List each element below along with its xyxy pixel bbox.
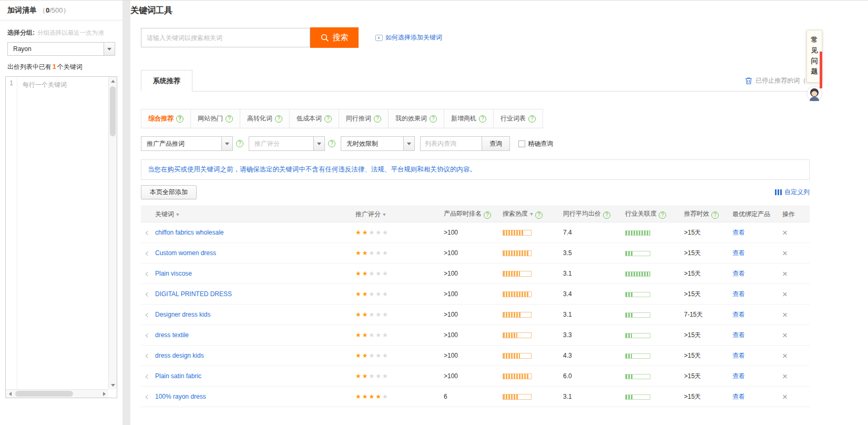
bid-keyword-count: 1 bbox=[52, 63, 57, 70]
star-icon: ★ bbox=[382, 311, 389, 318]
remove-icon[interactable]: × bbox=[782, 351, 788, 361]
remove-icon[interactable]: × bbox=[782, 330, 788, 340]
keyword-link[interactable]: 100% rayon dress bbox=[155, 393, 206, 400]
scroll-down-icon[interactable] bbox=[109, 381, 117, 389]
keyword-link[interactable]: chiffon fabrics wholesale bbox=[155, 229, 224, 236]
view-product-link[interactable]: 查看 bbox=[732, 311, 745, 318]
help-icon[interactable]: ? bbox=[328, 140, 335, 147]
view-product-link[interactable]: 查看 bbox=[732, 249, 745, 257]
query-button[interactable]: 查询 bbox=[482, 136, 510, 151]
keyword-link[interactable]: Plain viscose bbox=[155, 270, 192, 277]
keyword-link[interactable]: Custom women dress bbox=[155, 249, 216, 257]
help-icon[interactable]: ? bbox=[275, 115, 282, 123]
chevron-down-icon[interactable] bbox=[313, 137, 324, 150]
keyword-link[interactable]: dress design kids bbox=[155, 352, 204, 359]
help-icon[interactable]: ? bbox=[176, 115, 183, 123]
help-icon[interactable]: ? bbox=[603, 211, 610, 219]
horizontal-scrollbar[interactable] bbox=[6, 389, 108, 398]
help-icon[interactable]: ? bbox=[236, 140, 243, 147]
expand-chevron-icon[interactable] bbox=[146, 333, 150, 338]
expand-chevron-icon[interactable] bbox=[146, 354, 150, 358]
star-icon: ★ bbox=[382, 393, 389, 400]
keyword-cell: DIGITAL PRINTED DRESS bbox=[141, 284, 351, 305]
help-icon[interactable]: ? bbox=[535, 211, 543, 219]
remove-icon[interactable]: × bbox=[782, 269, 788, 279]
expand-chevron-icon[interactable] bbox=[146, 251, 150, 256]
scroll-up-icon[interactable] bbox=[109, 77, 117, 85]
help-icon[interactable]: ? bbox=[711, 211, 719, 219]
list-search-input[interactable] bbox=[420, 136, 482, 151]
view-product-link[interactable]: 查看 bbox=[732, 352, 745, 359]
expand-chevron-icon[interactable] bbox=[146, 395, 150, 399]
chevron-down-icon[interactable] bbox=[221, 137, 232, 150]
stopped-words-link[interactable]: 已停止推荐的词（0 bbox=[745, 70, 810, 92]
faq-button[interactable]: 常见问题 bbox=[806, 30, 822, 83]
help-icon[interactable]: ? bbox=[374, 115, 381, 123]
remove-icon[interactable]: × bbox=[782, 392, 788, 402]
filter-tab[interactable]: 高转化词? bbox=[240, 109, 290, 128]
remove-icon[interactable]: × bbox=[782, 371, 788, 381]
sort-icon[interactable] bbox=[383, 214, 386, 216]
filter-tab[interactable]: 综合推荐? bbox=[141, 109, 191, 128]
vertical-scrollbar[interactable] bbox=[108, 77, 117, 389]
view-product-link[interactable]: 查看 bbox=[732, 229, 745, 236]
help-icon[interactable]: ? bbox=[484, 211, 491, 219]
filter-tab[interactable]: 我的效果词? bbox=[388, 109, 444, 128]
view-product-link[interactable]: 查看 bbox=[732, 372, 745, 380]
keyword-link[interactable]: Designer dress kids bbox=[155, 311, 210, 318]
sort-icon[interactable] bbox=[530, 213, 533, 216]
view-product-link[interactable]: 查看 bbox=[732, 331, 745, 339]
filter-tab[interactable]: 低成本词? bbox=[289, 109, 339, 128]
keyword-link[interactable]: dress textile bbox=[155, 331, 189, 339]
how-to-add-keywords-link[interactable]: 如何选择添加关键词 bbox=[375, 33, 442, 42]
help-icon[interactable]: ? bbox=[479, 115, 486, 123]
expand-chevron-icon[interactable] bbox=[146, 375, 150, 379]
scroll-left-icon[interactable] bbox=[6, 390, 14, 398]
filter-tab-label: 新增商机 bbox=[451, 114, 476, 123]
keyword-link[interactable]: DIGITAL PRINTED DRESS bbox=[155, 290, 232, 298]
view-product-link[interactable]: 查看 bbox=[732, 393, 745, 400]
help-icon[interactable]: ? bbox=[324, 115, 332, 123]
remove-icon[interactable]: × bbox=[782, 228, 788, 238]
search-button[interactable]: 搜索 bbox=[310, 27, 359, 48]
group-select[interactable]: Rayon bbox=[7, 42, 115, 56]
scrollbar-thumb[interactable] bbox=[110, 86, 116, 136]
expand-chevron-icon[interactable] bbox=[146, 292, 150, 297]
view-product-link[interactable]: 查看 bbox=[732, 290, 745, 298]
scrollbar-thumb[interactable] bbox=[15, 391, 73, 397]
filter-tab[interactable]: 同行推词? bbox=[339, 109, 389, 128]
help-icon[interactable]: ? bbox=[226, 115, 233, 123]
validity-cell: >15天 bbox=[680, 222, 728, 243]
remove-icon[interactable]: × bbox=[782, 289, 788, 299]
filter-tab[interactable]: 网站热门? bbox=[190, 109, 240, 128]
action-cell: × bbox=[778, 243, 810, 264]
scroll-right-icon[interactable] bbox=[100, 390, 108, 398]
expand-chevron-icon[interactable] bbox=[146, 231, 150, 235]
filter-tab[interactable]: 行业词表? bbox=[493, 109, 543, 128]
exact-search-checkbox[interactable] bbox=[518, 140, 525, 147]
exact-search-option[interactable]: 精确查询 bbox=[518, 139, 553, 148]
product-filter-select[interactable]: 推广产品推词 bbox=[141, 136, 233, 151]
view-product-link[interactable]: 查看 bbox=[732, 270, 745, 277]
filter-tab[interactable]: 新增商机? bbox=[444, 109, 494, 128]
add-all-button[interactable]: 本页全部添加 bbox=[141, 185, 197, 199]
tab-system-recommend[interactable]: 系统推荐 bbox=[141, 70, 192, 92]
chevron-down-icon[interactable] bbox=[104, 43, 115, 55]
keyword-search-input[interactable] bbox=[141, 28, 310, 47]
keyword-link[interactable]: Plain satin fabric bbox=[155, 372, 201, 380]
help-icon[interactable]: ? bbox=[659, 211, 666, 219]
chevron-down-icon[interactable] bbox=[403, 137, 414, 150]
validity-filter-select[interactable]: 无时效限制 bbox=[341, 136, 415, 151]
score-filter-select[interactable]: 推广评分 bbox=[249, 136, 325, 151]
customize-columns-link[interactable]: 自定义列 bbox=[775, 188, 810, 197]
count-open: （ bbox=[39, 6, 46, 14]
expand-chevron-icon[interactable] bbox=[146, 313, 150, 317]
expand-chevron-icon[interactable] bbox=[146, 272, 150, 276]
keyword-input-area[interactable]: 1 每行一个关键词 bbox=[5, 76, 117, 398]
action-cell: × bbox=[778, 346, 810, 366]
help-icon[interactable]: ? bbox=[430, 115, 437, 123]
remove-icon[interactable]: × bbox=[782, 248, 788, 258]
sort-icon[interactable] bbox=[176, 214, 179, 216]
remove-icon[interactable]: × bbox=[782, 310, 788, 320]
help-icon[interactable]: ? bbox=[528, 115, 536, 123]
